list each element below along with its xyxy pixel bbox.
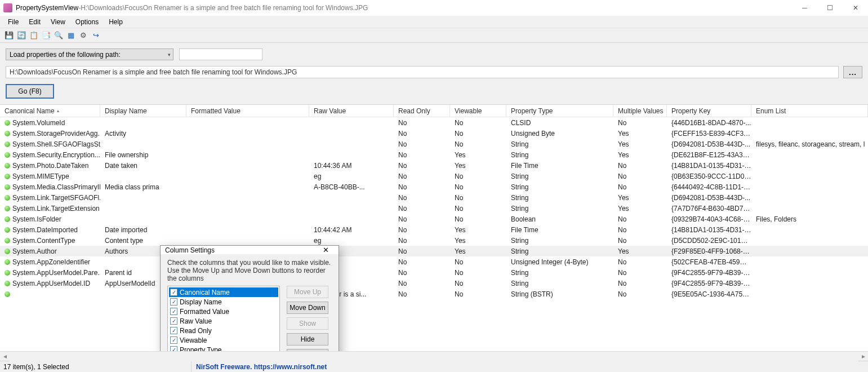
path-input[interactable] [6, 66, 839, 78]
cell: A-B8CB-40BB-... [309, 183, 394, 191]
cell: 10:44:42 AM [309, 226, 394, 234]
columns-icon[interactable]: ▦ [66, 31, 75, 40]
table-row[interactable]: System.AppZoneIdentifierNoNoUnsigned Int… [0, 256, 868, 267]
cell: No [450, 140, 506, 148]
checkbox-icon[interactable]: ✓ [170, 289, 177, 296]
status-credit-link[interactable]: NirSoft Freeware. https://www.nirsoft.ne… [196, 363, 327, 371]
checkbox-icon[interactable]: ✓ [170, 346, 177, 351]
table-row[interactable]: System.ContentTypeContent typeegNoYesStr… [0, 235, 868, 246]
column-check-item[interactable]: ✓Canonical Name [169, 287, 278, 297]
menu-item-view[interactable]: View [46, 17, 70, 27]
window-title-path: H:\Downloads\FocusOn Renamer is a simple… [81, 4, 368, 12]
checkbox-icon[interactable]: ✓ [170, 308, 177, 315]
cell: String [506, 280, 613, 287]
cell: No [450, 269, 506, 277]
column-check-item[interactable]: ✓Read Only [169, 326, 278, 335]
window-minimize-button[interactable]: ─ [792, 0, 817, 16]
col-header-viewable[interactable]: Viewable [450, 105, 506, 117]
cell: System.Media.ClassPrimaryID [0, 183, 100, 191]
cell: No [394, 226, 450, 234]
move-up-button[interactable]: Move Up [287, 286, 328, 298]
col-header-read-only[interactable]: Read Only [394, 105, 450, 117]
list-body[interactable]: System.VolumeIdNoNoCLSIDNo{446D16B1-8DAD… [0, 117, 868, 351]
show-button[interactable]: Show [287, 317, 328, 330]
table-row[interactable]: System.Link.TargetExtensionNoNoStringYes… [0, 203, 868, 214]
table-row[interactable]: System.Photo.DateTakenDate taken10:44:36… [0, 160, 868, 171]
col-header-enum-list[interactable]: Enum List [751, 105, 868, 117]
cell: {D5CDD502-2E9C-101B-... [667, 237, 751, 245]
hide-button[interactable]: Hide [287, 333, 328, 346]
row-status-icon [5, 270, 10, 276]
default-button[interactable]: Default [287, 349, 328, 351]
checkbox-icon[interactable]: ✓ [170, 336, 177, 344]
menu-item-file[interactable]: File [3, 17, 23, 27]
cell: System.StorageProviderAgg... [0, 130, 100, 138]
col-header-formatted-value[interactable]: Formatted Value [186, 105, 309, 117]
col-header-raw-value[interactable]: Raw Value [309, 105, 394, 117]
table-row[interactable]: System.MIMETypeegNoNoStringNo{0B63E350-9… [0, 171, 868, 181]
dialog-close-button[interactable]: ✕ [317, 246, 334, 254]
col-header-display-name[interactable]: Display Name [100, 105, 186, 117]
cell: {9F4C2855-9F79-4B39-A... [667, 269, 751, 277]
scroll-left-icon[interactable]: ◂ [0, 352, 10, 361]
find-icon[interactable]: 🔍 [54, 31, 63, 40]
app-icon [3, 3, 12, 12]
menu-item-edit[interactable]: Edit [24, 17, 45, 27]
browse-button[interactable]: ... [843, 66, 862, 78]
table-row[interactable]: System.Shell.SFGAOFlagsStr...NoNoStringY… [0, 139, 868, 149]
col-header-multiple-values[interactable]: Multiple Values [613, 105, 667, 117]
save-icon[interactable]: 💾 [5, 31, 14, 40]
table-row[interactable]: System.AppUserModel.IDAppUserModelIdNoNo… [0, 278, 868, 289]
table-row[interactable]: System.AppUserModel.Pare...Parent idNoNo… [0, 267, 868, 278]
column-check-item[interactable]: ✓Display Name [169, 297, 278, 307]
move-down-button[interactable]: Move Down [287, 302, 328, 314]
window-maximize-button[interactable]: ☐ [817, 0, 843, 16]
checkbox-icon[interactable]: ✓ [170, 317, 177, 325]
table-row[interactable]: System.AuthorAuthorsNoYesStringYes{F29F8… [0, 246, 868, 256]
checkbox-icon[interactable]: ✓ [170, 327, 177, 334]
sort-indicator-icon: ▴ [57, 108, 59, 113]
options-icon[interactable]: ⚙ [79, 31, 88, 40]
table-row[interactable]: System.IsFolderNoNoBooleanNo{09329B74-40… [0, 214, 868, 224]
load-mode-combo[interactable]: Load properties of the following path: [6, 48, 173, 60]
checkbox-icon[interactable]: ✓ [170, 298, 177, 305]
column-checklist[interactable]: ✓Canonical Name✓Display Name✓Formatted V… [167, 286, 280, 351]
table-row[interactable]: System.Security.Encryption...File owners… [0, 149, 868, 160]
cell: No [613, 172, 667, 180]
col-header-canonical-name[interactable]: Canonical Name ▴ [0, 105, 100, 117]
cell: No [394, 183, 450, 191]
load-mode-label: Load properties of the following path: [10, 51, 121, 59]
load-secondary-field[interactable] [179, 48, 262, 60]
copy-icon[interactable]: 📋 [29, 31, 38, 40]
row-status-icon [5, 163, 10, 169]
cell: Files, Folders [751, 215, 868, 223]
cell: No [450, 183, 506, 191]
column-check-item[interactable]: ✓Raw Value [169, 316, 278, 326]
refresh-icon[interactable]: 🔄 [17, 31, 26, 40]
column-check-item[interactable]: ✓Property Type [169, 345, 278, 351]
cell: System.Security.Encryption... [0, 151, 100, 159]
exit-icon[interactable]: ↪ [91, 31, 100, 40]
cell: Yes [450, 151, 506, 159]
table-row[interactable]: System.Link.TargetSFGAOFl...NoNoStringYe… [0, 192, 868, 203]
window-close-button[interactable]: ✕ [843, 0, 868, 16]
properties-icon[interactable]: 📑 [42, 31, 51, 40]
menu-item-help[interactable]: Help [104, 17, 127, 27]
column-check-item[interactable]: ✓Formatted Value [169, 307, 278, 316]
cell: Yes [613, 194, 667, 202]
horizontal-scrollbar[interactable]: ◂ ▸ [0, 351, 868, 361]
cell: No [394, 215, 450, 223]
table-row[interactable]: System.StorageProviderAgg...ActivityNoNo… [0, 128, 868, 139]
column-check-item[interactable]: ✓Viewable [169, 335, 278, 345]
scroll-right-icon[interactable]: ▸ [858, 352, 868, 361]
table-row[interactable]: System.Media.ClassPrimaryIDMedia class p… [0, 181, 868, 192]
col-header-property-key[interactable]: Property Key [667, 105, 751, 117]
table-row[interactable]: Renamer is a si...NoNoString (BSTR)No{9E… [0, 289, 868, 299]
go-button[interactable]: Go (F8) [6, 84, 54, 99]
table-row[interactable]: System.DateImportedDate imported10:44:42… [0, 224, 868, 235]
row-status-icon [5, 238, 10, 243]
table-row[interactable]: System.VolumeIdNoNoCLSIDNo{446D16B1-8DAD… [0, 117, 868, 128]
col-header-property-type[interactable]: Property Type [506, 105, 613, 117]
menu-item-options[interactable]: Options [71, 17, 103, 27]
cell: No [450, 290, 506, 298]
